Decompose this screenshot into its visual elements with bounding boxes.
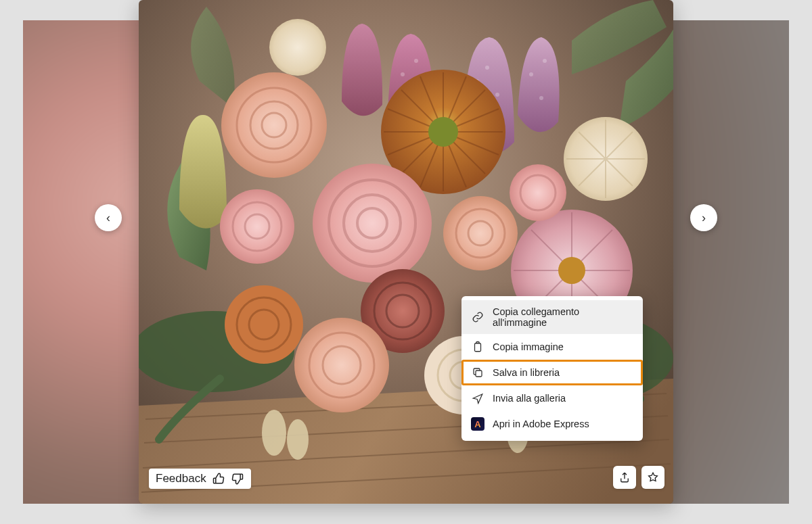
image-context-menu: Copia collegamento all'immagine Copia im… bbox=[461, 296, 643, 441]
letterbox bbox=[0, 0, 23, 524]
menu-item-copy-link[interactable]: Copia collegamento all'immagine bbox=[461, 300, 643, 334]
menu-item-send-gallery[interactable]: Invia alla galleria bbox=[461, 385, 643, 411]
svg-point-61 bbox=[313, 164, 432, 283]
next-image-button[interactable]: › bbox=[690, 204, 717, 231]
menu-item-label: Copia collegamento all'immagine bbox=[493, 306, 633, 328]
thumbs-down-icon bbox=[231, 472, 244, 485]
svg-point-86 bbox=[287, 419, 309, 460]
library-icon bbox=[471, 366, 484, 379]
svg-point-17 bbox=[543, 59, 547, 63]
thumbs-up-icon bbox=[212, 472, 225, 485]
menu-item-label: Copia immagine bbox=[493, 341, 564, 352]
svg-point-85 bbox=[262, 410, 286, 456]
send-icon bbox=[471, 391, 484, 405]
svg-point-14 bbox=[414, 59, 418, 63]
image-action-chips bbox=[613, 466, 664, 489]
menu-item-save-library[interactable]: Salva in libreria bbox=[461, 360, 643, 385]
svg-point-65 bbox=[220, 189, 294, 264]
share-button[interactable] bbox=[613, 466, 636, 489]
menu-item-label: Invia alla galleria bbox=[493, 393, 566, 404]
letterbox bbox=[789, 0, 812, 524]
menu-item-copy-image[interactable]: Copia immagine bbox=[461, 334, 643, 360]
thumbs-down-button[interactable] bbox=[231, 472, 244, 485]
svg-point-13 bbox=[401, 72, 405, 76]
feedback-label: Feedback bbox=[156, 472, 206, 485]
svg-point-9 bbox=[485, 66, 489, 70]
svg-point-56 bbox=[269, 19, 326, 76]
menu-item-open-adobe-express[interactable]: A Apri in Adobe Express bbox=[461, 411, 643, 437]
feedback-chip: Feedback bbox=[149, 469, 251, 489]
svg-point-36 bbox=[428, 117, 458, 147]
menu-item-label: Apri in Adobe Express bbox=[493, 419, 589, 429]
svg-point-83 bbox=[510, 164, 566, 221]
letterbox bbox=[0, 504, 812, 524]
link-icon bbox=[471, 310, 484, 324]
favorite-button[interactable] bbox=[641, 466, 664, 489]
chevron-left-icon: ‹ bbox=[106, 211, 110, 225]
svg-point-18 bbox=[539, 96, 543, 100]
star-icon bbox=[647, 471, 659, 483]
clipboard-icon bbox=[471, 340, 484, 354]
menu-item-label: Salva in libreria bbox=[493, 367, 560, 378]
svg-point-10 bbox=[495, 93, 499, 97]
svg-point-16 bbox=[529, 72, 533, 76]
share-icon bbox=[618, 471, 631, 483]
thumbs-up-button[interactable] bbox=[212, 472, 225, 485]
previous-image-button[interactable]: ‹ bbox=[95, 204, 122, 231]
svg-point-68 bbox=[443, 196, 518, 270]
svg-rect-88 bbox=[475, 343, 481, 352]
svg-rect-89 bbox=[476, 371, 482, 377]
chevron-right-icon: › bbox=[702, 211, 706, 225]
adobe-express-icon: A bbox=[471, 417, 484, 431]
svg-point-46 bbox=[558, 257, 585, 284]
